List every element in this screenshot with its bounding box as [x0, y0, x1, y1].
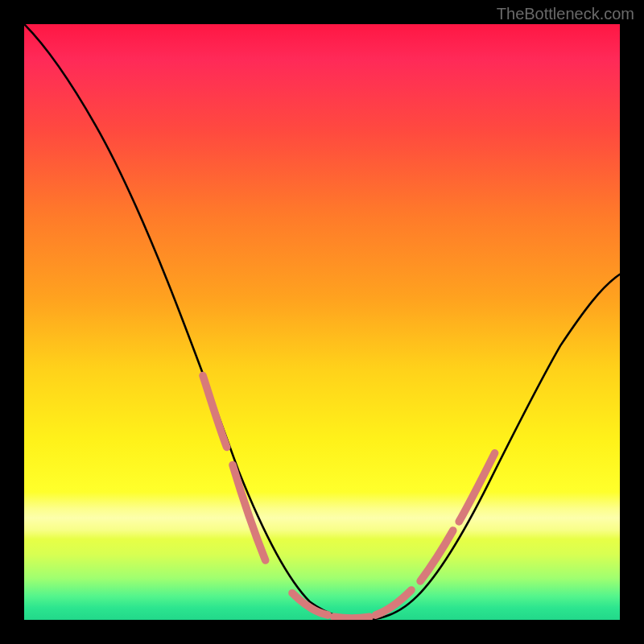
- dashed-segments: [203, 376, 495, 618]
- curve-layer: [24, 24, 620, 620]
- plot-area: [24, 24, 620, 620]
- watermark-text: TheBottleneck.com: [497, 5, 634, 23]
- bottleneck-curve: [24, 24, 620, 620]
- chart-frame: TheBottleneck.com: [0, 0, 644, 644]
